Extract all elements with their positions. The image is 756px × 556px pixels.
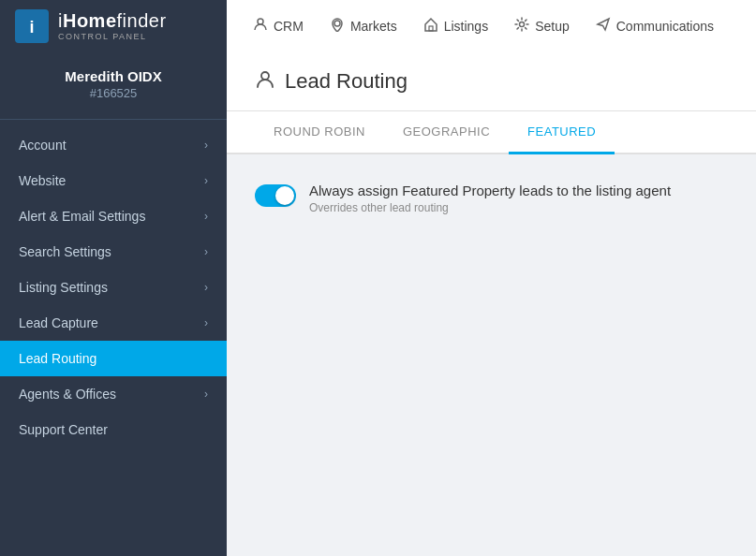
tab-featured[interactable]: FEATURED [509,111,615,154]
toggle-sublabel: Overrides other lead routing [309,201,671,214]
sidebar-item-lead-capture-label: Lead Capture [19,315,204,330]
logo-title: iHomefinder [58,10,167,32]
chevron-icon: › [204,210,208,223]
sidebar-item-alert-email[interactable]: Alert & Email Settings › [0,198,227,234]
sidebar-item-agents-offices-label: Agents & Offices [19,387,204,402]
top-nav: CRM Markets Listings Setup Communication… [227,0,756,51]
sidebar-item-alert-email-label: Alert & Email Settings [19,209,204,224]
nav-item-markets-label: Markets [350,19,397,34]
nav-item-setup-label: Setup [535,19,570,34]
sidebar-item-account[interactable]: Account › [0,127,227,163]
sidebar-item-agents-offices[interactable]: Agents & Offices › [0,376,227,412]
nav-item-communications-label: Communications [616,19,714,34]
sidebar-user-name: Meredith OIDX [15,68,212,84]
chevron-icon: › [204,281,208,294]
sidebar-item-website-label: Website [19,173,204,188]
sidebar: Meredith OIDX #166525 Account › Website … [0,51,227,556]
content-area: Lead Routing ROUND ROBIN GEOGRAPHIC FEAT… [227,51,756,556]
nav-item-crm[interactable]: CRM [242,11,315,40]
tab-content-featured: Always assign Featured Property leads to… [227,154,756,556]
sidebar-user: Meredith OIDX #166525 [0,51,227,120]
sidebar-item-account-label: Account [19,138,204,153]
toggle-row: Always assign Featured Property leads to… [255,183,728,214]
sidebar-item-lead-routing[interactable]: Lead Routing [0,341,227,376]
sidebar-item-support-center[interactable]: Support Center [0,412,227,447]
tabs-container: ROUND ROBIN GEOGRAPHIC FEATURED [227,111,756,154]
nav-item-communications[interactable]: Communications [585,11,725,40]
markets-icon [330,17,345,35]
toggle-text: Always assign Featured Property leads to… [309,183,671,214]
sidebar-item-lead-routing-label: Lead Routing [19,351,208,366]
featured-toggle[interactable] [255,184,296,207]
listings-icon [423,17,438,35]
nav-item-setup[interactable]: Setup [503,11,581,40]
sidebar-item-listing-settings[interactable]: Listing Settings › [0,270,227,305]
nav-item-listings[interactable]: Listings [412,11,499,40]
chevron-icon: › [204,139,208,152]
svg-point-5 [520,22,525,27]
nav-item-listings-label: Listings [444,19,488,34]
sidebar-item-search-settings-label: Search Settings [19,244,204,259]
sidebar-item-website[interactable]: Website › [0,163,227,198]
svg-point-2 [258,19,263,24]
crm-icon [253,17,268,35]
chevron-icon: › [204,316,208,329]
svg-point-6 [261,72,269,80]
setup-icon [514,17,529,35]
chevron-icon: › [204,388,208,401]
logo-icon: i [15,9,49,43]
toggle-label: Always assign Featured Property leads to… [309,183,671,198]
communications-icon [596,17,611,35]
nav-item-markets[interactable]: Markets [319,11,408,40]
svg-text:i: i [29,18,34,37]
logo: i iHomefinder CONTROL PANEL [0,0,227,51]
svg-point-3 [334,21,340,26]
chevron-icon: › [204,245,208,258]
sidebar-item-search-settings[interactable]: Search Settings › [0,234,227,270]
sidebar-menu: Account › Website › Alert & Email Settin… [0,120,227,455]
sidebar-item-support-center-label: Support Center [19,422,208,437]
sidebar-user-id: #166525 [15,86,212,100]
page-title: Lead Routing [285,69,408,94]
tab-round-robin[interactable]: ROUND ROBIN [255,111,384,154]
logo-subtitle: CONTROL PANEL [58,32,167,41]
chevron-icon: › [204,174,208,187]
tab-geographic[interactable]: GEOGRAPHIC [384,111,509,154]
sidebar-item-listing-settings-label: Listing Settings [19,280,204,295]
page-title-icon [255,68,275,94]
content-header: Lead Routing [227,51,756,111]
nav-item-crm-label: CRM [274,19,304,34]
sidebar-item-lead-capture[interactable]: Lead Capture › [0,305,227,341]
